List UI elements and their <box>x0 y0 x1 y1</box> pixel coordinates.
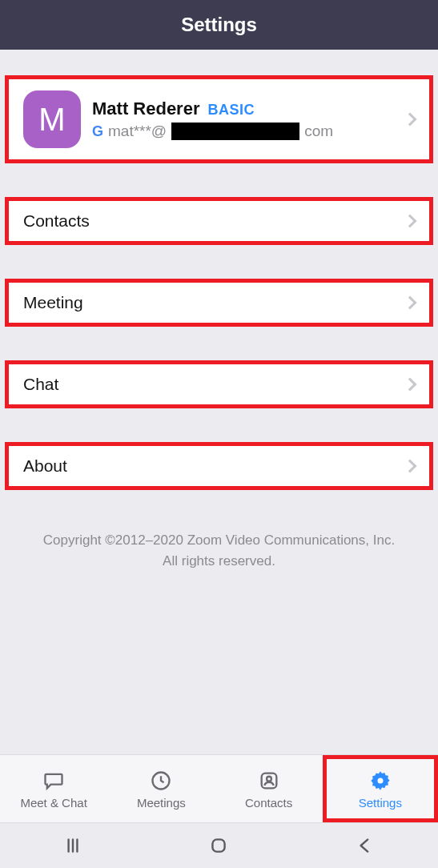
chevron-right-icon <box>404 215 417 228</box>
avatar: M <box>23 90 81 148</box>
gear-icon <box>368 769 392 793</box>
chevron-right-icon <box>404 113 417 127</box>
row-label: Chat <box>23 375 58 394</box>
account-badge: BASIC <box>207 102 255 119</box>
settings-row-chat[interactable]: Chat <box>5 360 433 408</box>
tab-label: Meetings <box>137 796 186 810</box>
bottom-tab-bar: Meet & Chat Meetings Contacts Settings <box>0 754 438 823</box>
svg-rect-4 <box>213 839 225 851</box>
back-button[interactable] <box>349 830 381 862</box>
tab-contacts[interactable]: Contacts <box>215 755 323 822</box>
profile-row[interactable]: M Matt Rederer BASIC G mat***@ com <box>5 75 433 163</box>
clock-icon <box>149 769 173 793</box>
home-button[interactable] <box>203 830 235 862</box>
tab-label: Meet & Chat <box>20 796 86 810</box>
person-icon <box>257 769 281 793</box>
chevron-right-icon <box>404 378 417 392</box>
tab-meet-chat[interactable]: Meet & Chat <box>0 755 107 822</box>
page-title: Settings <box>181 14 257 36</box>
google-icon: G <box>92 124 103 139</box>
profile-text: Matt Rederer BASIC G mat***@ com <box>92 98 405 140</box>
header: Settings <box>0 0 438 50</box>
profile-name: Matt Rederer <box>92 98 199 119</box>
copyright-text: Copyright ©2012–2020 Zoom Video Communic… <box>0 530 438 571</box>
svg-point-2 <box>267 776 271 781</box>
recents-button[interactable] <box>57 830 89 862</box>
avatar-initial: M <box>38 102 65 138</box>
chevron-right-icon <box>404 460 417 473</box>
speech-bubble-icon <box>42 769 66 793</box>
email-suffix: com <box>304 123 333 140</box>
chevron-right-icon <box>404 296 417 310</box>
email-prefix: mat***@ <box>108 123 167 140</box>
row-label: Meeting <box>23 293 83 312</box>
copyright-line1: Copyright ©2012–2020 Zoom Video Communic… <box>16 530 422 551</box>
svg-point-3 <box>377 778 383 783</box>
row-label: Contacts <box>23 211 90 231</box>
tab-label: Contacts <box>245 796 292 810</box>
tab-meetings[interactable]: Meetings <box>107 755 215 822</box>
tab-label: Settings <box>359 796 402 810</box>
copyright-line2: All rights reserved. <box>16 551 422 572</box>
settings-row-meeting[interactable]: Meeting <box>5 279 433 327</box>
settings-row-contacts[interactable]: Contacts <box>5 197 433 245</box>
android-nav-bar <box>0 823 438 868</box>
profile-email: G mat***@ com <box>92 123 405 140</box>
row-label: About <box>23 456 67 476</box>
settings-row-about[interactable]: About <box>5 442 433 490</box>
email-redacted <box>171 123 299 140</box>
settings-list: M Matt Rederer BASIC G mat***@ com Conta… <box>0 50 438 754</box>
tab-settings[interactable]: Settings <box>323 755 438 822</box>
